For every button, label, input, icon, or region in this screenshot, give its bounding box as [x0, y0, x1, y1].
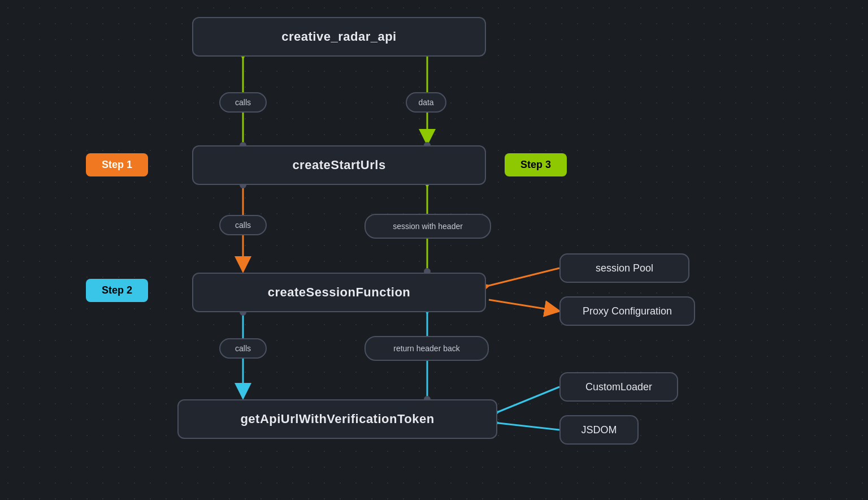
- svg-line-22: [489, 300, 559, 311]
- node-creative-radar-api: creative_radar_api: [192, 17, 486, 57]
- step1-label: Step 1: [102, 159, 132, 171]
- step3-badge: Step 3: [505, 153, 567, 176]
- edge-session-header: session with header: [364, 214, 491, 239]
- node-create-session-function: createSessionFunction: [192, 273, 486, 312]
- side-node-jsdom-label: JSDOM: [581, 424, 617, 436]
- edge-return-header-label: return header back: [393, 344, 460, 353]
- edge-calls-bot: calls: [219, 338, 267, 359]
- edge-return-header: return header back: [364, 336, 489, 361]
- svg-line-23: [498, 387, 559, 412]
- node-create-start-urls: createStartUrls: [192, 145, 486, 185]
- edge-session-header-label: session with header: [393, 222, 463, 231]
- svg-line-24: [498, 423, 559, 430]
- edge-calls-mid-label: calls: [235, 221, 251, 230]
- edge-calls-top: calls: [219, 92, 267, 113]
- step1-badge: Step 1: [86, 153, 148, 176]
- side-node-proxy-config-label: Proxy Configuration: [583, 305, 672, 317]
- node-get-api-url-label: getApiUrlWithVerificationToken: [240, 412, 434, 426]
- node-create-start-urls-label: createStartUrls: [292, 158, 385, 173]
- side-node-session-pool: session Pool: [559, 253, 689, 283]
- svg-line-21: [489, 268, 559, 286]
- node-create-session-function-label: createSessionFunction: [268, 285, 411, 300]
- edge-calls-top-label: calls: [235, 98, 251, 107]
- edge-data-top-label: data: [418, 98, 433, 107]
- side-node-proxy-config: Proxy Configuration: [559, 296, 695, 326]
- edge-calls-mid: calls: [219, 215, 267, 235]
- step2-label: Step 2: [102, 285, 132, 296]
- edge-calls-bot-label: calls: [235, 344, 251, 353]
- edge-data-top: data: [406, 92, 446, 113]
- side-node-jsdom: JSDOM: [559, 415, 639, 445]
- step2-badge: Step 2: [86, 279, 148, 302]
- node-get-api-url: getApiUrlWithVerificationToken: [177, 399, 497, 439]
- node-creative-radar-api-label: creative_radar_api: [281, 29, 396, 44]
- side-node-custom-loader: CustomLoader: [559, 372, 678, 402]
- side-node-custom-loader-label: CustomLoader: [585, 381, 652, 393]
- side-node-session-pool-label: session Pool: [596, 262, 653, 274]
- step3-label: Step 3: [520, 159, 551, 171]
